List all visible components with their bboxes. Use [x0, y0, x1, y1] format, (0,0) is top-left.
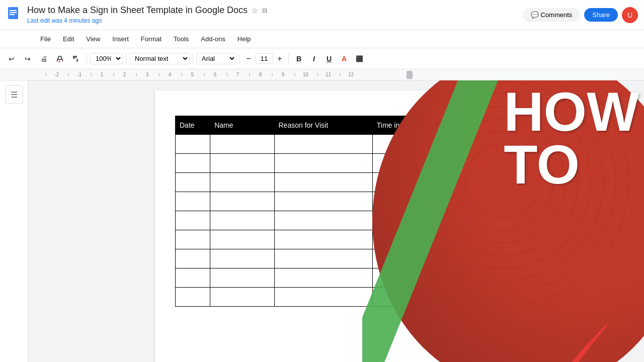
table-cell[interactable] — [176, 211, 210, 230]
style-select[interactable]: Normal text Heading 1 Heading 2 Title — [129, 53, 190, 64]
header-name: Name — [210, 116, 274, 135]
table-row — [176, 268, 497, 288]
table-cell[interactable] — [407, 154, 447, 173]
highlight-button[interactable]: ⬛ — [352, 52, 366, 66]
menu-file[interactable]: File — [35, 33, 56, 45]
table-cell[interactable] — [274, 154, 372, 173]
header-icon: ⊞ — [488, 117, 495, 124]
table-cell[interactable] — [407, 230, 447, 249]
font-select[interactable]: Arial Times New Roman Verdana — [196, 53, 236, 64]
table-cell[interactable] — [372, 230, 407, 249]
font-increase-button[interactable]: + — [274, 53, 285, 64]
table-cell[interactable] — [176, 249, 210, 268]
table-cell[interactable] — [407, 192, 447, 211]
table-cell[interactable] — [176, 173, 210, 192]
undo-button[interactable]: ↩ — [4, 51, 19, 66]
menu-format[interactable]: Format — [136, 33, 167, 45]
font-decrease-button[interactable]: − — [243, 53, 254, 64]
sidebar-list-button[interactable]: ☰ — [5, 85, 23, 104]
table-cell[interactable] — [447, 268, 497, 288]
share-button[interactable]: Share — [584, 8, 618, 22]
table-row — [176, 249, 497, 268]
table-cell[interactable] — [372, 154, 407, 173]
last-edit-link[interactable]: Last edit was 4 minutes ago — [27, 17, 102, 24]
table-cell[interactable] — [372, 268, 407, 288]
table-cell[interactable] — [274, 268, 372, 288]
table-cell[interactable] — [274, 211, 372, 230]
paint-format-button[interactable] — [68, 51, 84, 66]
table-cell[interactable] — [274, 173, 372, 192]
spellcheck-button[interactable] — [52, 51, 67, 66]
table-cell[interactable] — [210, 230, 274, 249]
font-size-input[interactable] — [255, 53, 273, 64]
color-button[interactable]: A — [337, 52, 351, 66]
table-cell[interactable] — [274, 288, 372, 307]
table-cell[interactable] — [176, 192, 210, 211]
table-cell[interactable] — [210, 154, 274, 173]
page-container: Date Name Reason for Visit Time in Time … — [28, 80, 644, 362]
table-cell[interactable] — [176, 288, 210, 307]
table-cell[interactable] — [210, 249, 274, 268]
print-button[interactable]: 🖨 — [36, 51, 51, 66]
table-cell[interactable] — [372, 288, 407, 307]
table-cell[interactable] — [274, 192, 372, 211]
table-cell[interactable] — [176, 268, 210, 288]
svg-rect-4 — [76, 59, 78, 62]
ruler: -2 -1 1 2 3 4 5 6 7 8 9 10 11 12 — [0, 69, 644, 80]
table-row — [176, 135, 497, 154]
bookmark-icon[interactable]: ⊟ — [262, 7, 267, 14]
table-cell[interactable] — [372, 173, 407, 192]
table-cell[interactable] — [407, 249, 447, 268]
table-cell[interactable] — [176, 154, 210, 173]
menu-addons[interactable]: Add-ons — [196, 33, 230, 45]
table-cell[interactable] — [210, 211, 274, 230]
table-cell[interactable] — [447, 211, 497, 230]
menu-edit[interactable]: Edit — [58, 33, 79, 45]
table-cell[interactable] — [447, 135, 497, 154]
table-cell[interactable] — [372, 192, 407, 211]
table-cell[interactable] — [447, 249, 497, 268]
avatar[interactable]: U — [622, 7, 638, 23]
table-cell[interactable] — [372, 211, 407, 230]
table-row — [176, 230, 497, 249]
table-cell[interactable] — [274, 230, 372, 249]
table-cell[interactable] — [210, 173, 274, 192]
star-icon[interactable]: ☆ — [252, 7, 258, 15]
menu-help[interactable]: Help — [232, 33, 256, 45]
table-cell[interactable] — [176, 135, 210, 154]
table-cell[interactable] — [447, 192, 497, 211]
zoom-select[interactable]: 100% 75% 125% 150% — [90, 53, 123, 64]
table-cell[interactable] — [447, 288, 497, 307]
menu-view[interactable]: View — [81, 33, 105, 45]
menu-insert[interactable]: Insert — [107, 33, 134, 45]
bold-button[interactable]: B — [292, 52, 306, 66]
table-cell[interactable] — [210, 192, 274, 211]
doc-title[interactable]: How to Make a Sign in Sheet Template in … — [27, 5, 248, 16]
svg-rect-3 — [10, 14, 15, 15]
table-cell[interactable] — [447, 230, 497, 249]
table-header-row: Date Name Reason for Visit Time in Time … — [176, 116, 497, 135]
table-cell[interactable] — [210, 268, 274, 288]
table-cell[interactable] — [210, 135, 274, 154]
table-cell[interactable] — [210, 288, 274, 307]
header-date: Date — [176, 116, 210, 135]
table-cell[interactable] — [372, 249, 407, 268]
sidebar: ☰ — [0, 80, 28, 362]
underline-button[interactable]: U — [322, 52, 336, 66]
redo-button[interactable]: ↪ — [20, 51, 35, 66]
table-cell[interactable] — [274, 135, 372, 154]
table-cell[interactable] — [447, 154, 497, 173]
menu-tools[interactable]: Tools — [169, 33, 194, 45]
divider-3 — [193, 54, 193, 64]
table-cell[interactable] — [407, 211, 447, 230]
table-cell[interactable] — [407, 288, 447, 307]
table-cell[interactable] — [407, 173, 447, 192]
table-cell[interactable] — [407, 135, 447, 154]
table-cell[interactable] — [274, 249, 372, 268]
table-cell[interactable] — [407, 268, 447, 288]
italic-button[interactable]: I — [307, 52, 321, 66]
table-cell[interactable] — [372, 135, 407, 154]
comments-button[interactable]: 💬 Comments — [523, 8, 580, 22]
table-cell[interactable] — [447, 173, 497, 192]
table-cell[interactable] — [176, 230, 210, 249]
